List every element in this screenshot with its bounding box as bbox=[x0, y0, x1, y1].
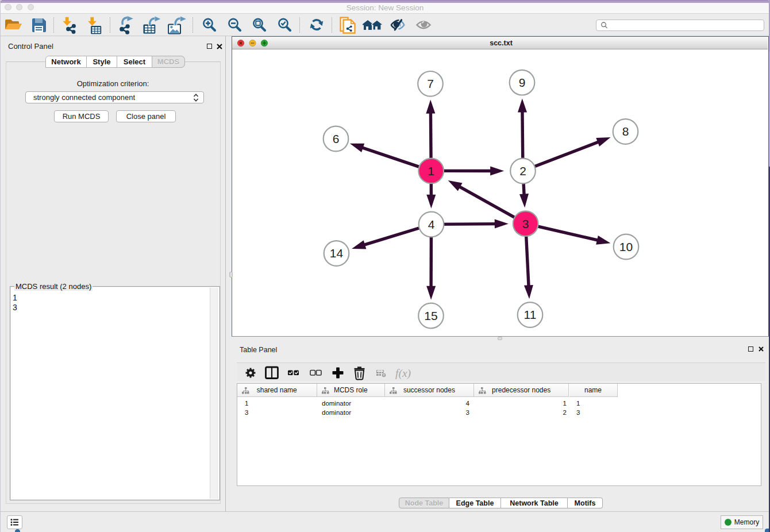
svg-text:2: 2 bbox=[519, 164, 526, 177]
svg-text:14: 14 bbox=[330, 246, 344, 260]
svg-text:15: 15 bbox=[424, 309, 437, 322]
svg-text:10: 10 bbox=[619, 240, 633, 253]
svg-text:4: 4 bbox=[428, 217, 435, 230]
svg-text:8: 8 bbox=[622, 125, 629, 138]
svg-text:11: 11 bbox=[524, 308, 537, 321]
svg-text:6: 6 bbox=[333, 132, 340, 145]
svg-text:7: 7 bbox=[427, 77, 434, 90]
svg-text:1: 1 bbox=[428, 164, 434, 177]
svg-text:f(x): f(x) bbox=[395, 367, 411, 380]
svg-text:3: 3 bbox=[522, 217, 529, 230]
svg-text:9: 9 bbox=[519, 76, 526, 89]
